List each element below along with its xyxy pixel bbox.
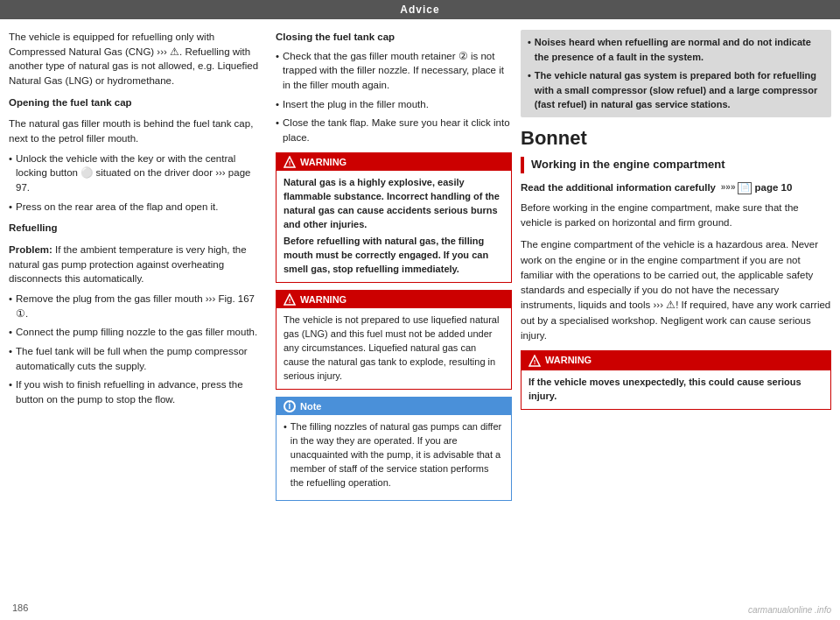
read-additional-line: Read the additional information carefull… [521,180,831,195]
warning-box-2: ! WARNING The vehicle is not prepared to… [276,290,512,390]
mid-column: Closing the fuel tank cap Check that the… [276,30,512,613]
note-box: i Note The filling nozzles of natural ga… [276,397,512,501]
left-bullet-2: Press on the rear area of the flap and o… [9,200,267,215]
problem-label: Problem: [9,244,52,255]
page-ref-icon: 📄 [738,182,752,194]
warning-box-right: ! WARNING If the vehicle moves unexpecte… [521,350,831,410]
opening-text: The natural gas filler mouth is behind t… [9,116,267,145]
page-number: 186 [12,602,28,613]
closing-section: Closing the fuel tank cap Check that the… [276,30,512,145]
warning-label-right: WARNING [545,354,592,368]
engine-section-bar: Working in the engine compartment [521,157,831,173]
warning-triangle-icon-right: ! [528,355,541,367]
closing-bullet-3: Close the tank flap. Make sure you hear … [276,116,512,144]
bonnet-title: Bonnet [521,124,831,152]
closing-bullet-2-text: Insert the plug in the filler mouth. [283,97,429,112]
content-area: The vehicle is equipped for refuelling o… [0,19,840,620]
note-text: The filling nozzles of natural gas pumps… [290,420,504,490]
warning-body-right: If the vehicle moves unexpectedly, this … [522,370,830,409]
refuelling-heading: Refuelling [9,221,267,236]
note-header: i Note [276,398,511,415]
warning-right-text: If the vehicle moves unexpectedly, this … [528,376,823,404]
chevron-ref: »»» [718,181,735,194]
page-container: Advice The vehicle is equipped for refue… [0,0,840,620]
closing-bullet-1-text: Check that the gas filler mouth retainer… [283,49,512,93]
left-bullet-5-text: The fuel tank will be full when the pump… [16,344,267,373]
warning-label-2: WARNING [300,294,346,305]
left-bullet-1: Unlock the vehicle with the key or with … [9,151,267,195]
left-bullet-2-text: Press on the rear area of the flap and o… [16,200,218,215]
gray-highlight-box: Noises heard when refuelling are normal … [521,30,831,117]
warning-header-1: ! WARNING [276,153,511,171]
warning-body-1: Natural gas is a highly explosive, easil… [276,171,511,283]
gray-bullet-2: The vehicle natural gas system is prepar… [528,68,824,112]
gray-bullet-2-text: The vehicle natural gas system is prepar… [535,68,824,112]
right-body-text-2: The engine compartment of the vehicle is… [521,237,831,343]
left-bullet-3: Remove the plug from the gas filler mout… [9,292,267,321]
intro-text: The vehicle is equipped for refuelling o… [9,30,267,88]
problem-text: Problem: If the ambient temperature is v… [9,243,267,286]
left-bullet-3-text: Remove the plug from the gas filler mout… [16,292,267,321]
left-bullet-4-text: Connect the pump filling nozzle to the g… [16,325,257,340]
warning-1-text2: Before refuelling with natural gas, the … [284,235,504,277]
gray-bullet-1: Noises heard when refuelling are normal … [528,35,824,64]
closing-heading: Closing the fuel tank cap [276,30,512,45]
left-bullet-5: The fuel tank will be full when the pump… [9,344,267,373]
warning-header-right: ! WARNING [522,351,830,370]
closing-bullet-2: Insert the plug in the filler mouth. [276,97,512,112]
left-bullet-4: Connect the pump filling nozzle to the g… [9,325,267,340]
right-body-text-1: Before working in the engine compartment… [521,201,831,231]
warning-2-text: The vehicle is not prepared to use lique… [284,314,504,384]
advice-title: Advice [400,4,439,16]
engine-section-label: Working in the engine compartment [531,158,725,171]
left-bullet-6: If you wish to finish refuelling in adva… [9,377,267,406]
left-bullet-6-text: If you wish to finish refuelling in adva… [16,377,267,406]
page-ref-num: page 10 [754,180,792,195]
svg-text:!: ! [534,358,536,366]
note-label: Note [300,401,321,412]
warning-1-text2-span: Before refuelling with natural gas, the … [284,236,488,274]
warning-body-2: The vehicle is not prepared to use lique… [276,308,511,389]
warning-header-2: ! WARNING [276,291,511,308]
note-body: The filling nozzles of natural gas pumps… [276,415,511,500]
warning-box-1: ! WARNING Natural gas is a highly explos… [276,152,512,284]
warning-triangle-icon-1: ! [284,156,296,168]
note-info-icon: i [284,400,296,412]
watermark-text: carmanualonline .info [748,605,831,615]
gray-bullet-1-text: Noises heard when refuelling are normal … [535,35,824,64]
svg-text:!: ! [289,297,291,305]
closing-bullet-3-text: Close the tank flap. Make sure you hear … [283,116,512,144]
note-bullet: The filling nozzles of natural gas pumps… [284,420,504,490]
warning-triangle-icon-2: ! [284,293,296,306]
read-additional-text: Read the additional information carefull… [521,180,716,195]
warning-label-1: WARNING [300,157,346,167]
closing-bullet-1: Check that the gas filler mouth retainer… [276,49,512,93]
svg-text:!: ! [289,159,291,167]
opening-heading: Opening the fuel tank cap [9,95,267,110]
right-column: Noises heard when refuelling are normal … [521,30,831,613]
warning-1-text1: Natural gas is a highly explosive, easil… [284,176,504,232]
left-bullet-1-text: Unlock the vehicle with the key or with … [16,151,267,195]
advice-header: Advice [0,0,840,19]
left-column: The vehicle is equipped for refuelling o… [9,30,267,613]
